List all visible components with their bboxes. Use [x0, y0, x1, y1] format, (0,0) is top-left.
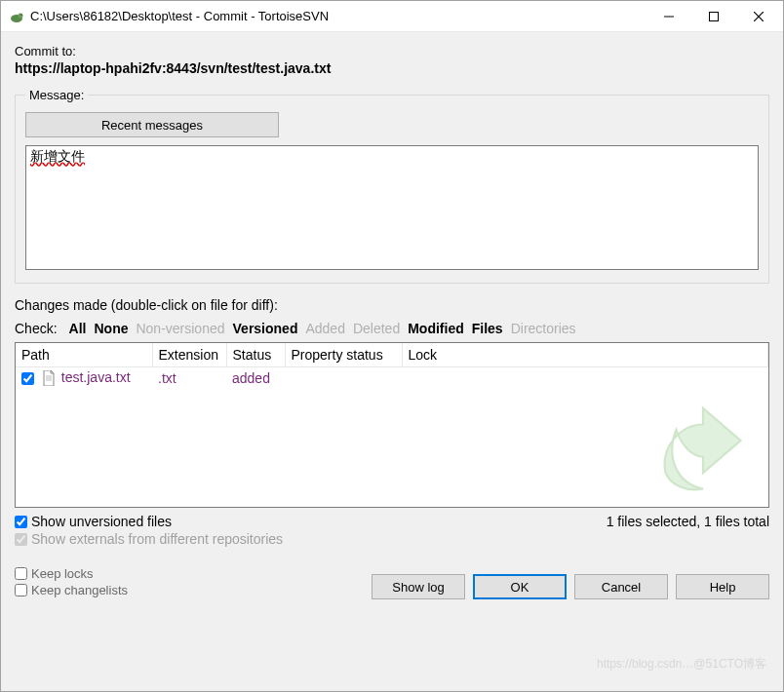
col-property-status[interactable]: Property status — [285, 343, 402, 367]
commit-arrow-icon — [649, 382, 757, 499]
file-path: test.java.txt — [61, 369, 131, 385]
message-group: Message: Recent messages — [15, 88, 769, 284]
watermark: https://blog.csdn…@51CTO博客 — [597, 656, 766, 673]
message-group-label: Message: — [25, 88, 88, 102]
file-checkbox[interactable] — [21, 372, 34, 385]
col-lock[interactable]: Lock — [402, 343, 768, 367]
recent-messages-button[interactable]: Recent messages — [25, 112, 279, 137]
help-button[interactable]: Help — [676, 574, 769, 599]
selection-status: 1 files selected, 1 files total — [607, 514, 769, 529]
file-status: added — [226, 367, 285, 389]
filter-all[interactable]: All — [69, 321, 87, 336]
tortoisesvn-icon — [9, 9, 24, 24]
svg-point-1 — [19, 13, 23, 18]
commit-to-label: Commit to: — [15, 44, 769, 58]
filter-nonversioned[interactable]: Non-versioned — [136, 321, 224, 336]
file-icon — [42, 370, 56, 386]
file-list: Path Extension Status Property status Lo… — [15, 342, 769, 508]
col-path[interactable]: Path — [16, 343, 152, 367]
show-externals-checkbox: Show externals from different repositori… — [15, 531, 283, 547]
cancel-button[interactable]: Cancel — [574, 574, 668, 599]
filter-versioned[interactable]: Versioned — [233, 321, 298, 336]
filter-modified[interactable]: Modified — [408, 321, 464, 336]
svg-point-2 — [20, 14, 21, 15]
filter-files[interactable]: Files — [472, 321, 503, 336]
col-extension[interactable]: Extension — [152, 343, 226, 367]
commit-message-input[interactable] — [25, 145, 759, 270]
maximize-button[interactable] — [691, 2, 736, 31]
keep-changelists-checkbox[interactable]: Keep changelists — [15, 583, 128, 597]
close-button[interactable] — [736, 2, 781, 31]
filter-none[interactable]: None — [94, 321, 128, 336]
filter-added[interactable]: Added — [305, 321, 344, 336]
changes-label: Changes made (double-click on file for d… — [15, 297, 769, 313]
dialog-content: Commit to: https://laptop-hpahi2fv:8443/… — [1, 32, 783, 691]
keep-locks-checkbox[interactable]: Keep locks — [15, 566, 128, 581]
titlebar: C:\Users\86182\Desktop\test - Commit - T… — [1, 1, 783, 32]
filter-directories[interactable]: Directories — [511, 321, 576, 336]
file-property-status — [285, 367, 402, 389]
filter-deleted[interactable]: Deleted — [353, 321, 400, 336]
commit-dialog: C:\Users\86182\Desktop\test - Commit - T… — [0, 0, 784, 692]
window-title: C:\Users\86182\Desktop\test - Commit - T… — [30, 9, 647, 23]
minimize-button[interactable] — [647, 2, 691, 31]
ok-button[interactable]: OK — [473, 574, 567, 599]
svg-rect-4 — [710, 12, 719, 20]
check-label: Check: — [15, 321, 58, 336]
col-status[interactable]: Status — [226, 343, 285, 367]
filter-row: Check: All None Non-versioned Versioned … — [15, 321, 769, 336]
show-log-button[interactable]: Show log — [372, 574, 465, 599]
show-unversioned-checkbox[interactable]: Show unversioned files — [15, 514, 283, 529]
file-extension: .txt — [152, 367, 226, 389]
commit-url: https://laptop-hpahi2fv:8443/svn/test/te… — [15, 60, 769, 76]
